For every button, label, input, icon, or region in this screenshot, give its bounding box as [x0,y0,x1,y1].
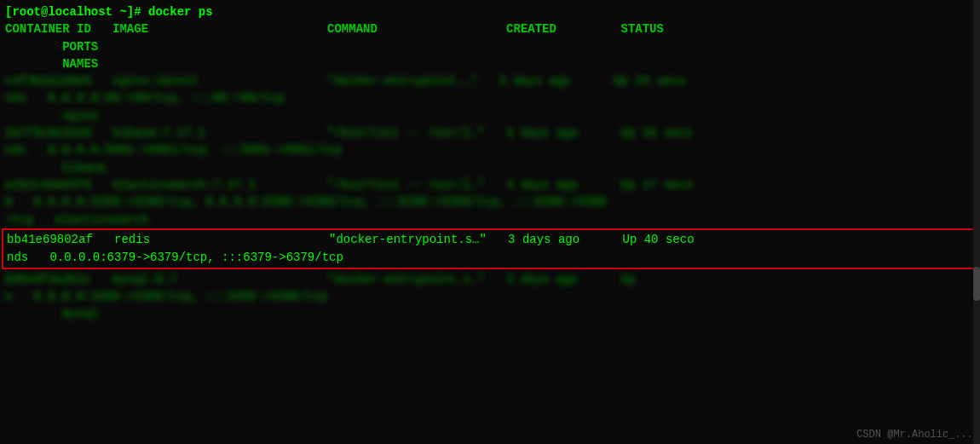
prompt-line: [root@localhost ~]# docker ps [0,3,980,20]
table-row: 6d5e4f3a2b1c mysql:8.7 "docker-entrypoin… [0,271,980,288]
table-row: /tcp elasticsearch [0,211,980,228]
redis-row-line2: nds 0.0.0.0:6379->6379/tcp, :::6379->637… [7,249,973,267]
redis-row-line1: bb41e69802af redis "docker-entrypoint.s…… [7,231,973,249]
table-row: a1b2c3d4e5f6 elasticsearch:7.17.1 "/bin/… [0,176,980,193]
scrollbar[interactable] [973,0,980,444]
table-row: n 0.0.0.0:3306->3306/tcp, :::3306->3306/… [0,288,980,305]
table-row: nds 0.0.0.0:80->80/tcp, :::80->80/tcp [0,89,980,107]
table-row: kibana [0,159,980,176]
table-row: 0 0.0.0.0:9200->9200/tcp, 0.0.0.0:9300->… [0,193,980,210]
header-ports: PORTS [0,38,980,55]
header-names: NAMES [0,55,980,72]
highlighted-redis-row: bb41e69802af redis "docker-entrypoint.s…… [2,228,978,269]
header-cols: CONTAINER ID IMAGE COMMAND CREATED STATU… [0,20,980,37]
table-row: nginx [0,107,980,124]
table-row: mysql [0,305,980,322]
table-row: nds 0.0.0.0:5601->5601/tcp, :::5601->560… [0,141,980,159]
table-row: c4f3b2a1d9e8 nginx:latest "docker-entryp… [0,72,980,89]
scrollbar-thumb[interactable] [973,267,980,301]
watermark: CSDN @Mr.Aholic_... [856,429,973,441]
terminal: [root@localhost ~]# docker ps CONTAINER … [0,0,980,444]
table-row: 2a7f9c8e1b3d kibana:7.17.1 "/bin/tini --… [0,124,980,141]
